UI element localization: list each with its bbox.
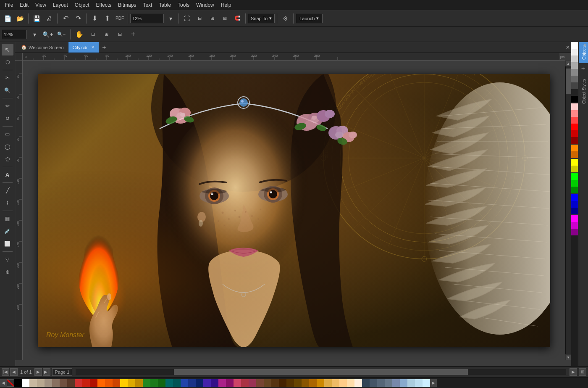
palette-27[interactable]	[286, 379, 294, 387]
side-color-13[interactable]	[571, 151, 578, 158]
side-color-17[interactable]	[571, 201, 578, 208]
side-color-5[interactable]	[571, 76, 578, 82]
palette-9[interactable]	[105, 379, 113, 387]
palette-blue[interactable]	[181, 379, 188, 387]
palette-22[interactable]	[249, 379, 256, 387]
page-label[interactable]: Page 1	[52, 368, 73, 376]
palette-24[interactable]	[264, 379, 271, 387]
zoom-dropdown-button[interactable]: ▾	[165, 13, 176, 24]
select-tool[interactable]: ↖	[2, 44, 13, 55]
palette-36[interactable]	[354, 379, 362, 387]
grid-button[interactable]: ⊞	[206, 13, 218, 24]
menu-tools[interactable]: Tools	[174, 1, 193, 9]
menu-file[interactable]: File	[2, 1, 16, 9]
text-tool[interactable]: A	[2, 169, 13, 181]
palette-31[interactable]	[317, 379, 324, 387]
pattern-tool[interactable]: ▦	[2, 213, 13, 224]
menu-help[interactable]: Help	[218, 1, 235, 9]
print-button[interactable]: 🖨	[43, 13, 55, 24]
side-color-black[interactable]	[571, 96, 578, 103]
menu-object[interactable]: Object	[71, 1, 93, 9]
palette-teal[interactable]	[165, 379, 173, 387]
scroll-thumb-v[interactable]	[566, 69, 571, 94]
connector-tool[interactable]: ⌇	[2, 197, 13, 209]
zoom-display-second[interactable]: 12%	[2, 30, 27, 39]
side-color-18[interactable]	[571, 208, 578, 214]
palette-2[interactable]	[37, 379, 45, 387]
redo-button[interactable]: ↷	[72, 13, 84, 24]
freehand-tool[interactable]: ✏	[2, 100, 13, 112]
node-tool[interactable]: ⬡	[2, 56, 13, 68]
menu-text[interactable]: Text	[139, 1, 155, 9]
scroll-down-arrow[interactable]: ▼	[565, 354, 571, 360]
scroll-up-arrow[interactable]: ▲	[565, 61, 571, 66]
vertical-scrollbar[interactable]	[565, 66, 571, 360]
fill-tool[interactable]: ▽	[2, 253, 13, 265]
palette-26[interactable]	[279, 379, 286, 387]
next-page-button[interactable]: ▶	[34, 368, 42, 376]
palette-29[interactable]	[302, 379, 309, 387]
settings-button[interactable]: ⚙	[279, 13, 291, 24]
palette-32[interactable]	[324, 379, 332, 387]
palette-44[interactable]	[415, 379, 423, 387]
launch-dropdown[interactable]: Launch ▾	[296, 14, 323, 23]
menu-effects[interactable]: Effects	[93, 1, 115, 9]
palette-16[interactable]	[188, 379, 196, 387]
zoom-in-button[interactable]: 🔍+	[42, 29, 54, 40]
export-button[interactable]: ⬆	[101, 13, 113, 24]
palette-25[interactable]	[271, 379, 279, 387]
interactive-tool[interactable]: ⊕	[2, 266, 13, 278]
menu-table[interactable]: Table	[155, 1, 174, 9]
palette-scroll-right[interactable]: ▶	[430, 379, 437, 387]
snap-to-dropdown[interactable]: Snap To ▾	[248, 14, 275, 23]
add-tab-button[interactable]: +	[99, 42, 109, 53]
palette-15[interactable]	[173, 379, 181, 387]
palette-13[interactable]	[150, 379, 158, 387]
palette-scroll-left[interactable]: ◀	[0, 379, 7, 387]
pan-button[interactable]: ✋	[74, 29, 85, 40]
tab-close-icon[interactable]: ✕	[91, 45, 94, 50]
palette-19[interactable]	[226, 379, 234, 387]
side-color-10[interactable]	[571, 117, 578, 124]
palette-14[interactable]	[158, 379, 165, 387]
undo-button[interactable]: ↶	[60, 13, 71, 24]
side-color-12[interactable]	[571, 137, 578, 144]
right-panel-add[interactable]: +	[579, 64, 588, 73]
palette-3[interactable]	[45, 379, 52, 387]
tab-welcome[interactable]: 🏠 Welcome Screen	[17, 42, 68, 53]
palette-41[interactable]	[392, 379, 400, 387]
smart-draw-tool[interactable]: ↺	[2, 113, 13, 124]
palette-20[interactable]	[234, 379, 241, 387]
crop-tool[interactable]: ✂	[2, 72, 13, 84]
zoom-to-page[interactable]: ⊞	[100, 29, 112, 40]
side-color-3[interactable]	[571, 62, 578, 69]
side-color-8[interactable]	[571, 103, 578, 110]
zoom-fit-button[interactable]: ⊞	[579, 368, 586, 376]
palette-10[interactable]	[113, 379, 120, 387]
palette-11[interactable]	[128, 379, 135, 387]
palette-1[interactable]	[29, 379, 37, 387]
view-layout-button[interactable]: ⊟	[194, 13, 205, 24]
polygon-tool[interactable]: ⬠	[2, 153, 13, 165]
side-color-red[interactable]	[571, 124, 578, 130]
side-color-9[interactable]	[571, 110, 578, 117]
zoom-display-top[interactable]: 12%	[130, 14, 164, 23]
menu-view[interactable]: View	[32, 1, 50, 9]
eyedropper-tool[interactable]: 💉	[2, 225, 13, 237]
side-color-white[interactable]	[571, 42, 578, 49]
snap-button[interactable]: 🧲	[231, 13, 243, 24]
palette-18[interactable]	[211, 379, 218, 387]
side-color-orange[interactable]	[571, 145, 578, 151]
palette-42[interactable]	[400, 379, 407, 387]
palette-black[interactable]	[14, 379, 22, 387]
fullscreen-button[interactable]: ⛶	[181, 13, 193, 24]
add-page-button[interactable]: +	[127, 29, 139, 40]
menu-edit[interactable]: Edit	[16, 1, 32, 9]
palette-red[interactable]	[75, 379, 82, 387]
close-tab-button[interactable]: ✕	[564, 42, 571, 53]
object-styles-tab[interactable]: Object Styles	[579, 76, 588, 107]
side-color-11[interactable]	[571, 130, 578, 137]
eraser-tool[interactable]: ⬜	[2, 238, 13, 250]
zoom-to-selection[interactable]: ⊡	[87, 29, 99, 40]
save-button[interactable]: 💾	[31, 13, 42, 24]
